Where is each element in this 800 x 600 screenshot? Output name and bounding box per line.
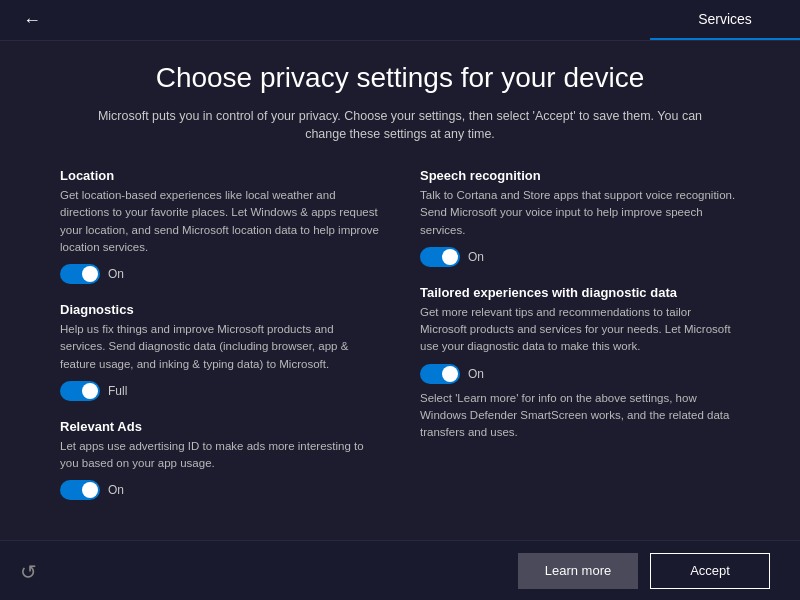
main-content: Choose privacy settings for your device … (0, 41, 800, 541)
diagnostics-toggle-label: Full (108, 384, 127, 398)
setting-tailored-experiences-toggle-row: On (420, 364, 740, 384)
page-title: Choose privacy settings for your device (60, 61, 740, 95)
setting-speech-recognition-toggle-row: On (420, 247, 740, 267)
speech-recognition-toggle[interactable] (420, 247, 460, 267)
settings-right-column: Speech recognition Talk to Cortana and S… (420, 168, 740, 518)
relevant-ads-toggle-label: On (108, 483, 124, 497)
location-toggle[interactable] (60, 264, 100, 284)
setting-location: Location Get location-based experiences … (60, 168, 380, 284)
diagnostics-toggle[interactable] (60, 381, 100, 401)
settings-left-column: Location Get location-based experiences … (60, 168, 380, 518)
setting-relevant-ads: Relevant Ads Let apps use advertising ID… (60, 419, 380, 501)
tailored-experiences-toggle-track (420, 364, 460, 384)
setting-diagnostics: Diagnostics Help us fix things and impro… (60, 302, 380, 401)
tailored-experiences-toggle-thumb (442, 366, 458, 382)
location-toggle-label: On (108, 267, 124, 281)
setting-diagnostics-title: Diagnostics (60, 302, 380, 317)
learn-more-button[interactable]: Learn more (518, 553, 638, 589)
setting-location-description: Get location-based experiences like loca… (60, 187, 380, 256)
diagnostics-toggle-track (60, 381, 100, 401)
speech-recognition-toggle-label: On (468, 250, 484, 264)
location-toggle-thumb (82, 266, 98, 282)
setting-speech-recognition-title: Speech recognition (420, 168, 740, 183)
refresh-icon: ↺ (20, 560, 37, 584)
page-subtitle: Microsoft puts you in control of your pr… (90, 107, 710, 145)
setting-tailored-experiences-description: Get more relevant tips and recommendatio… (420, 304, 740, 356)
setting-tailored-experiences: Tailored experiences with diagnostic dat… (420, 285, 740, 442)
tailored-experiences-note: Select 'Learn more' for info on the abov… (420, 390, 740, 442)
tailored-experiences-toggle[interactable] (420, 364, 460, 384)
setting-relevant-ads-description: Let apps use advertising ID to make ads … (60, 438, 380, 473)
setting-tailored-experiences-title: Tailored experiences with diagnostic dat… (420, 285, 740, 300)
tailored-experiences-toggle-label: On (468, 367, 484, 381)
setting-diagnostics-toggle-row: Full (60, 381, 380, 401)
setting-diagnostics-description: Help us fix things and improve Microsoft… (60, 321, 380, 373)
back-button[interactable]: ← (16, 4, 48, 36)
page-nav-title: Services (650, 0, 800, 40)
settings-grid: Location Get location-based experiences … (60, 168, 740, 518)
setting-speech-recognition: Speech recognition Talk to Cortana and S… (420, 168, 740, 267)
setting-relevant-ads-toggle-row: On (60, 480, 380, 500)
setting-location-title: Location (60, 168, 380, 183)
setting-location-toggle-row: On (60, 264, 380, 284)
relevant-ads-toggle[interactable] (60, 480, 100, 500)
speech-recognition-toggle-track (420, 247, 460, 267)
location-toggle-track (60, 264, 100, 284)
relevant-ads-toggle-thumb (82, 482, 98, 498)
speech-recognition-toggle-thumb (442, 249, 458, 265)
setting-relevant-ads-title: Relevant Ads (60, 419, 380, 434)
top-bar: ← Services (0, 0, 800, 40)
diagnostics-toggle-thumb (82, 383, 98, 399)
relevant-ads-toggle-track (60, 480, 100, 500)
bottom-bar: Learn more Accept (0, 540, 800, 600)
accept-button[interactable]: Accept (650, 553, 770, 589)
setting-speech-recognition-description: Talk to Cortana and Store apps that supp… (420, 187, 740, 239)
